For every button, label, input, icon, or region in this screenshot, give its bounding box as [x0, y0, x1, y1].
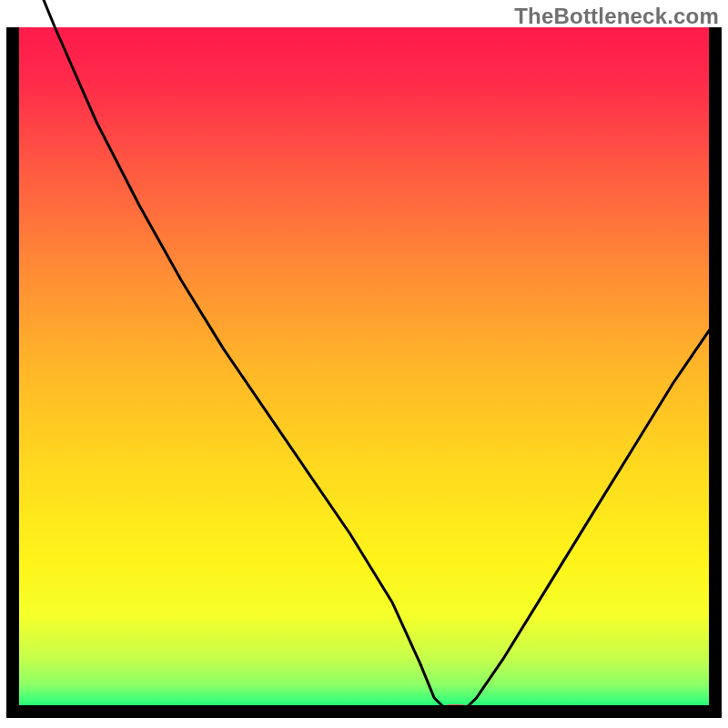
- gradient-background: [13, 27, 715, 712]
- bottleneck-chart: [0, 0, 728, 728]
- plot-area: [13, 0, 715, 717]
- chart-container: TheBottleneck.com: [0, 0, 728, 728]
- watermark-text: TheBottleneck.com: [514, 4, 719, 29]
